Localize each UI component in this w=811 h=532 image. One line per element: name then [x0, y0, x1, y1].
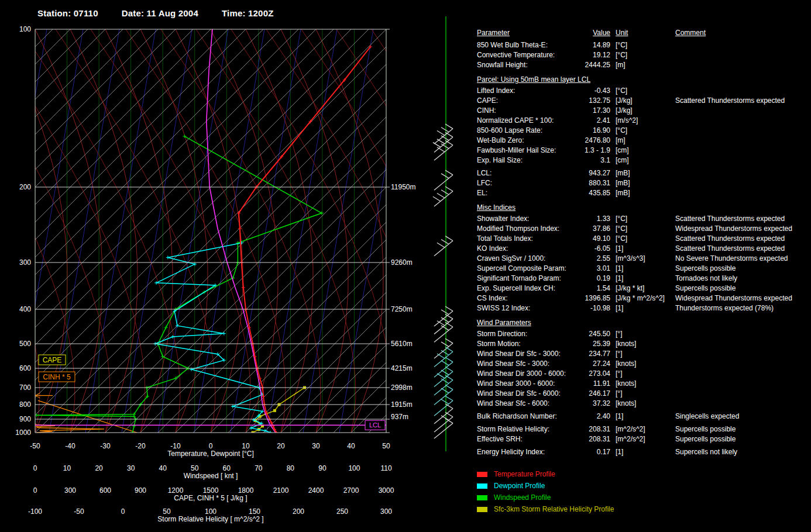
param-cell: CINH:	[477, 106, 571, 116]
comment-cell	[675, 168, 807, 178]
legend: Temperature ProfileDewpoint ProfileWinds…	[477, 468, 614, 515]
table-row: Lifted Index:-0.43[°C]	[477, 86, 807, 96]
unit-cell: [knots]	[616, 399, 672, 409]
comment-cell	[675, 369, 807, 379]
comment-cell: Thunderstorms expected (78%)	[675, 303, 807, 313]
comment-cell	[675, 126, 807, 136]
svg-text:400: 400	[19, 305, 31, 313]
value-cell: 1.3 - 1.9	[571, 146, 610, 156]
param-cell: SWISS 12 Index:	[477, 303, 571, 313]
svg-text:700: 700	[19, 384, 31, 392]
svg-text:100: 100	[19, 25, 31, 33]
svg-text:0: 0	[121, 507, 125, 516]
param-cell: KO Index:	[477, 244, 571, 254]
comment-cell: Supercells possible	[675, 264, 807, 274]
comment-cell: Scattered Thunderstorms expected	[675, 214, 807, 224]
table-row: Significant Tornado Param:0.19[1]Tornado…	[477, 274, 807, 284]
table-row: SWISS 12 Index:-10.98[1]Thunderstorms ex…	[477, 303, 807, 313]
section-title: Wind Parameters	[477, 318, 807, 328]
svg-text:1915m: 1915m	[391, 400, 413, 409]
unit-cell: [mB]	[616, 168, 672, 178]
svg-text:110: 110	[380, 464, 391, 472]
unit-cell: [m/s^2]	[616, 116, 672, 126]
svg-text:-40: -40	[65, 442, 75, 450]
svg-text:50: 50	[382, 442, 390, 450]
value-cell: 234.77	[571, 349, 610, 359]
legend-swatch-icon	[477, 483, 487, 489]
svg-text:Windspeed [ knt ]: Windspeed [ knt ]	[184, 472, 238, 480]
param-cell: Fawbush-Miller Hail Size:	[477, 146, 571, 156]
svg-text:200: 200	[19, 183, 31, 191]
value-cell: 25.39	[571, 339, 610, 349]
param-cell: LCL:	[477, 168, 571, 178]
unit-cell: [1]	[616, 274, 672, 284]
unit-cell: [J/kg * kt]	[616, 284, 672, 293]
value-cell: 245.50	[571, 329, 610, 339]
table-row: CINH:17.30[J/kg]	[477, 106, 807, 116]
param-cell: CS Index:	[477, 293, 571, 303]
value-cell: 2.41	[571, 116, 610, 126]
table-row: 850-600 Lapse Rate:16.90[°C]	[477, 126, 807, 136]
param-cell: Exp. Supercell Index CH:	[477, 284, 571, 293]
unit-cell: [m]	[616, 136, 672, 146]
parameter-table: Parameter Value Unit Comment 850 Wet Bul…	[477, 28, 807, 457]
param-cell: Exp. Hail Size:	[477, 156, 571, 165]
param-cell: Wind Shear Sfc - 6000:	[477, 399, 571, 409]
svg-text:20: 20	[95, 464, 103, 472]
legend-item: Windspeed Profile	[477, 492, 614, 503]
value-cell: 2.40	[571, 412, 610, 422]
svg-text:1500: 1500	[203, 486, 219, 495]
comment-cell	[675, 60, 807, 70]
param-cell: Showalter Index:	[477, 214, 571, 224]
comment-cell: Scattered Thunderstorms expected	[675, 96, 807, 106]
table-row: KO Index:-6.05[1]Scattered Thunderstorms…	[477, 244, 807, 254]
unit-cell: [°]	[616, 349, 672, 359]
svg-text:250: 250	[336, 507, 348, 516]
param-cell: Bulk Richardson Number:	[477, 412, 571, 422]
value-cell: 3.1	[571, 156, 610, 165]
param-cell: Wind Shear Dir Sfc - 3000:	[477, 349, 571, 359]
param-cell: Wind Shear Dir 3000 - 6000:	[477, 369, 571, 379]
svg-text:200: 200	[293, 507, 304, 516]
table-row: Wind Shear Sfc - 6000:37.32[knots]	[477, 399, 807, 409]
comment-cell	[675, 136, 807, 146]
section-title: Parcel: Using 50mB mean layer LCL	[477, 75, 807, 85]
table-row: Effective SRH:208.31[m^2/s^2]Supercells …	[477, 434, 807, 444]
param-cell: Convective Temperature:	[477, 50, 571, 60]
svg-text:30: 30	[127, 464, 135, 472]
svg-text:600: 600	[99, 486, 111, 495]
svg-text:-10: -10	[170, 442, 181, 450]
unit-cell: [°C]	[616, 126, 672, 136]
svg-text:150: 150	[249, 507, 260, 516]
table-row: LFC:880.31[mB]	[477, 178, 807, 188]
svg-text:50: 50	[191, 464, 199, 472]
svg-text:10: 10	[63, 464, 71, 472]
svg-text:90: 90	[318, 464, 327, 472]
value-cell: 1396.85	[571, 293, 610, 303]
comment-cell	[675, 389, 807, 399]
svg-text:40: 40	[159, 464, 167, 472]
unit-cell: [knots]	[616, 379, 672, 389]
svg-text:600: 600	[19, 364, 31, 372]
legend-label: Sfc-3km Storm Relative Helicity Profile	[494, 505, 614, 513]
value-cell: 37.32	[571, 399, 610, 409]
col-header-parameter: Parameter	[477, 28, 571, 38]
svg-text:4215m: 4215m	[391, 364, 413, 372]
svg-text:100: 100	[348, 464, 360, 472]
legend-label: Windspeed Profile	[494, 493, 551, 502]
value-cell: 27.24	[571, 359, 610, 369]
comment-cell: Scattered Thunderstorms expected	[675, 244, 807, 254]
unit-cell: [1]	[616, 447, 672, 457]
comment-cell	[675, 188, 807, 198]
table-header-row: Parameter Value Unit Comment	[477, 28, 807, 38]
legend-label: Temperature Profile	[494, 470, 555, 478]
svg-text:CINH * 5: CINH * 5	[43, 373, 71, 381]
value-cell: 2.55	[571, 254, 610, 264]
param-cell: Supercell Composite Param:	[477, 264, 571, 274]
unit-cell: [°C]	[616, 214, 672, 224]
legend-item: Dewpoint Profile	[477, 480, 614, 492]
param-cell: Wind Shear Dir Sfc - 6000:	[477, 389, 571, 399]
value-cell: 943.27	[571, 168, 610, 178]
svg-text:100: 100	[205, 507, 217, 516]
comment-cell	[675, 329, 807, 339]
